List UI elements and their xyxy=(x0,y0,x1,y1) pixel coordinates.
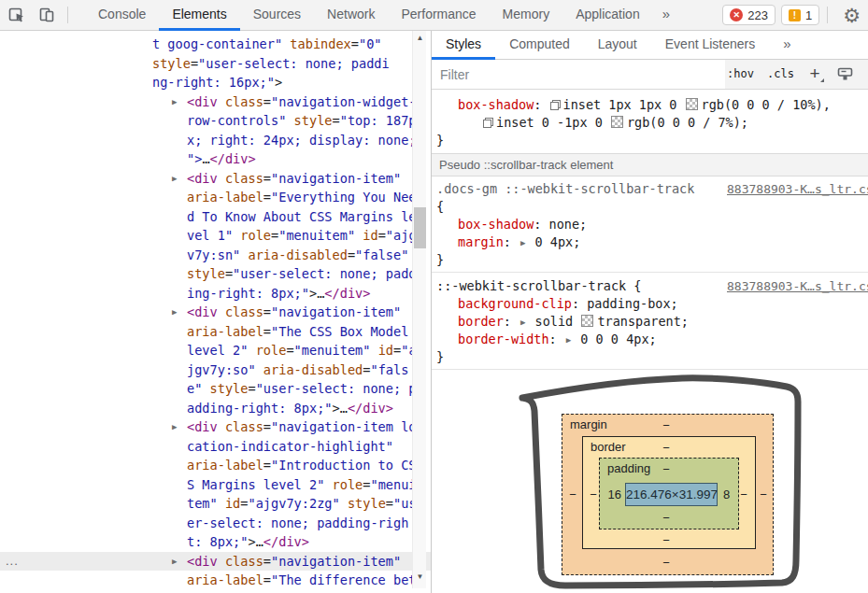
dom-tree-row[interactable]: ">…</div> xyxy=(0,149,431,169)
scrollbar-thumb[interactable] xyxy=(414,207,426,248)
dom-tree-row[interactable]: cation-indicator-highlight" xyxy=(0,437,431,457)
dom-tree-row[interactable]: e" style="user-select: none; p xyxy=(0,379,431,399)
dom-tree-row[interactable]: ...▶<div class="navigation-item" xyxy=(0,552,431,572)
more-tabs-button[interactable]: » xyxy=(653,0,679,31)
expand-arrow-icon[interactable]: ▶ xyxy=(172,552,177,572)
dom-tree-row[interactable]: row-controls" style="top: 187p xyxy=(0,111,431,131)
dom-tree-row[interactable]: aria-label="Introduction to CS xyxy=(0,456,431,475)
dom-tree-row[interactable]: x; right: 24px; display: none; xyxy=(0,131,431,150)
tab-network[interactable]: Network xyxy=(314,0,388,31)
code-token xyxy=(256,362,263,377)
styles-panel: StylesComputedLayoutEvent Listeners» :ho… xyxy=(431,31,868,593)
padding-left-value[interactable]: 16 xyxy=(603,486,621,503)
kebab-menu-icon[interactable]: ⋮ xyxy=(861,0,868,31)
css-selector-row[interactable]: ::-webkit-scrollbar-track {883788903-K…s… xyxy=(432,277,868,295)
toggle-element-state-button[interactable]: :hov xyxy=(727,60,754,89)
tab-sources[interactable]: Sources xyxy=(240,0,314,31)
dom-tree-row[interactable]: t goog-container" tabindex="0" xyxy=(0,35,431,54)
dom-tree-row[interactable]: er-select: none; padding-righ xyxy=(0,514,431,533)
margin-bottom-value[interactable]: − xyxy=(660,554,673,572)
expand-arrow-icon[interactable]: ▶ xyxy=(566,335,571,345)
tab-elements[interactable]: Elements xyxy=(159,0,239,31)
expand-arrow-icon[interactable]: ▶ xyxy=(520,238,525,247)
dom-tree-row[interactable]: vel 1" role="menuitem" id="ajg xyxy=(0,226,431,246)
padding-top-value[interactable]: − xyxy=(660,460,673,478)
color-swatch[interactable] xyxy=(686,98,698,110)
margin-left-value[interactable]: − xyxy=(566,486,579,503)
dom-tree-row[interactable]: tem" id="ajgv7y:2zg" style="us xyxy=(0,494,431,514)
dom-tree-row[interactable]: aria-label="The CSS Box Model xyxy=(0,322,431,342)
css-declaration[interactable]: border: ▶ solid transparent; xyxy=(432,313,868,331)
vertical-scrollbar[interactable]: ▲ ▼ xyxy=(412,31,426,588)
dom-tree-row[interactable]: t: 8px;">…</div> xyxy=(0,532,431,552)
padding-right-value[interactable]: 8 xyxy=(723,486,730,503)
dom-tree-row[interactable]: ▶<div class="navigation-widget- xyxy=(0,92,431,112)
tab-application[interactable]: Application xyxy=(562,0,653,31)
tab-layout[interactable]: Layout xyxy=(584,31,651,60)
expand-arrow-icon[interactable]: ▶ xyxy=(520,318,525,327)
code-token: <div xyxy=(187,554,218,569)
css-declaration[interactable]: inset 0 -1px 0 rgb(0 0 0 / 7%); xyxy=(432,114,868,132)
dom-tree-row[interactable]: v7y:sn" aria-disabled="false" xyxy=(0,246,431,265)
more-sidebar-tabs-button[interactable]: » xyxy=(769,31,804,60)
expand-arrow-icon[interactable]: ▶ xyxy=(172,417,177,437)
dom-tree-row[interactable]: style="user-select: none; padd xyxy=(0,264,431,284)
padding-label: padding xyxy=(607,461,650,475)
stylesheet-link[interactable]: 883788903-K…s_ltr.css xyxy=(727,277,868,295)
css-declaration[interactable]: background-clip: padding-box; xyxy=(432,295,868,313)
css-declaration[interactable]: box-shadow: inset 1px 1px 0 rgb(0 0 0 / … xyxy=(432,96,868,114)
warning-badge[interactable]: ! 1 xyxy=(781,5,819,25)
dom-tree-row[interactable]: ▶<div class="navigation-item" xyxy=(0,303,431,322)
css-declaration[interactable]: margin: ▶ 0 4px; xyxy=(432,233,868,251)
tab-event-listeners[interactable]: Event Listeners xyxy=(651,31,770,60)
dom-tree-row[interactable]: aria-label="Everything You Nee xyxy=(0,188,431,207)
dom-tree-row[interactable]: adding-right: 8px;">…</div> xyxy=(0,399,431,418)
dom-tree-row[interactable]: jgv7y:so" aria-disabled="fals xyxy=(0,360,431,380)
box-model-content[interactable]: 216.476×31.997 xyxy=(625,483,718,506)
dom-tree-row[interactable]: S Margins level 2" role="menui xyxy=(0,475,431,495)
color-swatch[interactable] xyxy=(581,315,593,327)
tab-console[interactable]: Console xyxy=(85,0,159,31)
filter-input[interactable] xyxy=(432,60,725,89)
dom-tree-row[interactable]: ng-right: 16px;"> xyxy=(0,73,431,92)
paint-panel-icon[interactable] xyxy=(837,67,853,85)
dom-tree-row[interactable]: d To Know About CSS Margins le xyxy=(0,207,431,227)
expand-arrow-icon[interactable]: ▶ xyxy=(172,169,177,189)
expand-arrow-icon[interactable]: ▶ xyxy=(172,92,177,112)
border-top-value[interactable]: − xyxy=(660,439,673,457)
tab-computed[interactable]: Computed xyxy=(495,31,584,60)
dom-tree-row[interactable]: ing-right: 8px;">…</div> xyxy=(0,284,431,304)
tab-memory[interactable]: Memory xyxy=(490,0,563,31)
tab-styles[interactable]: Styles xyxy=(432,31,495,60)
shadow-icon[interactable] xyxy=(482,116,495,128)
margin-top-value[interactable]: − xyxy=(660,417,673,434)
code-token xyxy=(218,171,225,186)
dom-tree-row[interactable]: ▶<div class="navigation-item lo xyxy=(0,417,431,437)
border-left-value[interactable]: − xyxy=(587,486,600,503)
scrollbar-down-icon[interactable]: ▼ xyxy=(413,572,427,581)
margin-right-value[interactable]: − xyxy=(757,486,770,503)
error-badge[interactable]: ✕ 223 xyxy=(722,5,776,25)
css-selector-row[interactable]: .docs-gm ::-webkit-scrollbar-track883788… xyxy=(432,180,868,198)
scrollbar-up-icon[interactable]: ▲ xyxy=(413,34,427,42)
dom-tree-row[interactable]: aria-label="The difference bet xyxy=(0,571,431,590)
dom-tree-row[interactable]: style="user-select: none; paddi xyxy=(0,54,431,74)
code-token: aria-label xyxy=(187,458,263,473)
shadow-icon[interactable] xyxy=(549,98,562,110)
tab-performance[interactable]: Performance xyxy=(388,0,489,31)
stylesheet-link[interactable]: 883788903-K…s_ltr.css xyxy=(727,180,868,198)
color-swatch[interactable] xyxy=(611,116,623,128)
expand-arrow-icon[interactable]: ▶ xyxy=(172,303,177,322)
dom-tree-row[interactable]: level 2" role="menuitem" id="a xyxy=(0,341,431,360)
device-toolbar-icon[interactable] xyxy=(34,3,60,27)
row-menu-dots[interactable]: ... xyxy=(6,552,19,572)
padding-bottom-value[interactable]: − xyxy=(660,509,673,527)
css-declaration[interactable]: box-shadow: none; xyxy=(432,216,868,233)
new-style-rule-button[interactable]: + xyxy=(804,60,825,89)
dom-tree-row[interactable]: ▶<div class="navigation-item" xyxy=(0,169,431,189)
element-classes-button[interactable]: .cls xyxy=(767,60,794,89)
border-bottom-value[interactable]: − xyxy=(660,531,673,549)
inspect-icon[interactable] xyxy=(4,3,30,27)
css-declaration[interactable]: border-width: ▶ 0 0 0 4px; xyxy=(432,331,868,348)
border-right-value[interactable]: − xyxy=(737,486,750,503)
